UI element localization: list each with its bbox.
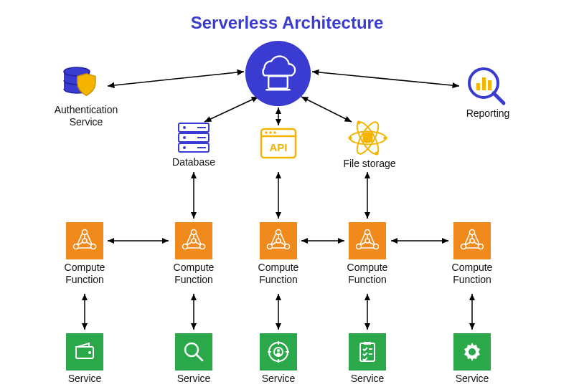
svg-rect-109 [364,342,371,345]
svg-point-16 [245,41,311,106]
file-storage-node [348,118,387,158]
svg-point-78 [365,230,370,235]
compute-node-0 [66,222,103,259]
compute-node-3 [349,222,386,259]
database-shield-icon [61,64,104,102]
reporting-node [465,64,508,107]
svg-point-91 [470,239,474,243]
lambda-network-icon [70,226,99,255]
svg-point-98 [88,351,91,354]
svg-line-100 [197,355,202,360]
svg-point-103 [277,349,280,352]
service-node-2 [260,333,297,371]
compute-label-3: Compute Function [339,262,396,286]
svg-point-71 [276,239,281,243]
cloud-node [244,39,312,107]
wallet-icon [72,340,97,364]
magnifier-barchart-icon [465,64,508,107]
lambda-network-icon [179,226,208,255]
svg-rect-23 [482,77,486,90]
target-icon [266,340,291,364]
service-label-0: Service [56,373,113,385]
server-stack-icon [176,120,212,155]
compute-label-1: Compute Function [165,262,222,286]
service-label-1: Service [165,373,222,385]
svg-point-47 [375,152,379,156]
compute-node-1 [175,222,212,259]
api-node: API [260,126,297,161]
service-node-1 [175,333,212,371]
gear-icon [460,340,484,364]
svg-point-28 [183,126,186,129]
database-label: Database [165,156,222,168]
checklist-icon [355,340,380,364]
svg-point-38 [273,131,276,134]
service-node-4 [453,333,491,371]
database-node [176,120,212,155]
compute-label-2: Compute Function [250,262,307,286]
svg-point-30 [183,146,186,149]
service-label-4: Service [443,373,501,385]
svg-point-46 [357,121,361,125]
file-storage-label: File storage [337,158,402,170]
service-node-3 [349,333,386,371]
svg-line-0 [108,72,244,86]
compute-label-0: Compute Function [56,262,113,286]
svg-line-21 [494,93,504,103]
lambda-network-icon [264,226,293,255]
svg-point-36 [265,131,268,134]
svg-point-37 [269,131,272,134]
svg-text:API: API [269,141,287,153]
service-node-0 [66,333,103,371]
svg-point-58 [192,230,197,235]
authentication-label: Authentication Service [43,104,129,128]
svg-point-51 [83,239,87,243]
svg-point-112 [469,348,476,355]
atom-database-icon [348,118,387,158]
service-label-3: Service [339,373,396,385]
svg-point-88 [470,230,475,235]
svg-rect-22 [476,83,480,90]
authentication-node [61,64,104,102]
svg-rect-24 [488,80,491,90]
lambda-network-icon [458,226,486,255]
svg-point-45 [384,136,387,140]
svg-point-44 [349,136,352,140]
search-icon [182,340,206,364]
svg-point-68 [276,230,281,235]
svg-point-61 [192,239,196,243]
svg-point-48 [83,230,88,235]
compute-node-4 [453,222,491,259]
service-label-2: Service [250,373,307,385]
reporting-label: Reporting [452,107,524,120]
svg-point-29 [183,136,186,139]
compute-node-2 [260,222,297,259]
svg-point-81 [365,239,370,243]
page-title: Serverless Architecture [0,13,574,33]
lambda-network-icon [353,226,382,255]
svg-line-1 [312,72,459,86]
cloud-laptop-icon [244,39,312,107]
compute-label-4: Compute Function [443,262,501,286]
api-window-icon: API [260,126,297,161]
